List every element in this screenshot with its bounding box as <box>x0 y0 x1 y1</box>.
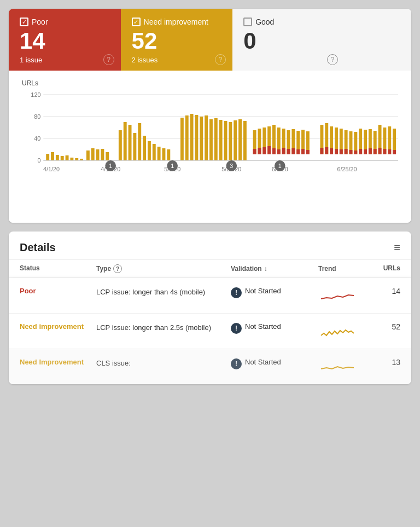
svg-text:6/25/20: 6/25/20 <box>337 166 357 172</box>
svg-rect-100 <box>383 149 386 154</box>
tile-need[interactable]: ✓ Need improvement 52 2 issues ? <box>121 9 233 71</box>
tile-poor-help[interactable]: ? <box>103 54 114 65</box>
svg-text:1: 1 <box>278 163 282 169</box>
table-header: Status Type ? Validation ↓ Trend URLs <box>9 260 411 278</box>
tile-need-sub: 2 issues <box>132 56 222 64</box>
col-validation-header[interactable]: Validation ↓ <box>231 264 318 273</box>
svg-rect-98 <box>374 149 377 154</box>
tile-need-number: 52 <box>132 28 222 54</box>
svg-text:4/1/20: 4/1/20 <box>43 166 60 172</box>
svg-rect-93 <box>349 150 353 154</box>
row2-status: Need improvement <box>20 322 96 331</box>
svg-rect-35 <box>190 114 194 160</box>
row2-urls: 52 <box>373 322 400 331</box>
table-row: Need Improvement CLS issue: ! Not Starte… <box>9 349 411 384</box>
svg-rect-96 <box>364 149 367 154</box>
tile-poor-sub: 1 issue <box>20 56 110 64</box>
svg-rect-12 <box>61 156 64 160</box>
svg-rect-23 <box>124 122 127 160</box>
svg-rect-29 <box>153 144 156 160</box>
svg-rect-79 <box>272 148 276 154</box>
svg-rect-43 <box>229 122 232 160</box>
svg-rect-88 <box>325 147 328 154</box>
svg-rect-25 <box>133 133 136 160</box>
svg-rect-26 <box>138 123 141 160</box>
row2-trend <box>318 322 373 340</box>
svg-rect-82 <box>287 149 290 154</box>
svg-rect-13 <box>66 155 69 160</box>
row1-status: Poor <box>20 287 96 295</box>
svg-text:120: 120 <box>31 91 40 98</box>
svg-rect-22 <box>119 130 122 160</box>
validation-icon: ! <box>231 287 242 298</box>
tile-poor-number: 14 <box>20 28 110 54</box>
svg-rect-15 <box>75 158 78 160</box>
tile-good-help[interactable]: ? <box>327 54 338 65</box>
row3-validation: ! Not Started <box>231 358 318 369</box>
svg-rect-42 <box>224 121 228 160</box>
svg-rect-40 <box>214 118 218 160</box>
row3-trend <box>318 358 373 375</box>
svg-rect-97 <box>369 148 372 154</box>
tile-need-text: Need improvement <box>144 18 208 26</box>
trend-poor-svg <box>318 288 357 304</box>
svg-rect-27 <box>143 136 146 160</box>
tile-poor-label: ✓ Poor <box>20 18 110 26</box>
row2-type: LCP issue: longer than 2.5s (mobile) <box>96 322 231 333</box>
svg-rect-9 <box>46 154 49 160</box>
svg-rect-91 <box>340 149 343 154</box>
svg-rect-14 <box>70 158 73 160</box>
svg-rect-34 <box>185 115 189 160</box>
svg-rect-76 <box>258 148 261 154</box>
svg-rect-37 <box>200 117 203 160</box>
tile-need-label: ✓ Need improvement <box>132 18 222 26</box>
chart-y-label: URLs <box>22 79 398 87</box>
svg-rect-44 <box>234 120 237 160</box>
trend-need-svg <box>318 323 357 340</box>
svg-rect-38 <box>205 115 208 160</box>
row3-urls: 13 <box>373 358 400 367</box>
tile-good[interactable]: Good 0 ? <box>232 9 345 71</box>
svg-text:1: 1 <box>109 163 112 169</box>
svg-rect-83 <box>291 148 295 154</box>
svg-rect-20 <box>101 149 104 160</box>
filter-icon[interactable]: ≡ <box>394 241 400 254</box>
svg-rect-86 <box>306 150 310 154</box>
checkbox-need-icon: ✓ <box>132 18 141 26</box>
chart-area: URLs 120 80 40 0 <box>9 71 411 223</box>
tile-poor-text: Poor <box>32 18 48 26</box>
svg-text:3: 3 <box>230 163 233 169</box>
checkbox-poor-icon: ✓ <box>20 18 28 26</box>
svg-rect-33 <box>180 118 184 160</box>
row3-status: Need Improvement <box>20 358 96 366</box>
details-title: Details <box>20 241 56 254</box>
svg-rect-92 <box>345 149 348 154</box>
row3-type: CLS issue: <box>96 358 231 369</box>
validation-icon: ! <box>231 358 242 369</box>
svg-rect-32 <box>167 149 170 160</box>
svg-rect-99 <box>378 148 382 154</box>
svg-rect-77 <box>262 147 266 154</box>
tile-need-help[interactable]: ? <box>215 54 226 65</box>
svg-rect-80 <box>277 149 281 154</box>
tile-poor[interactable]: ✓ Poor 14 1 issue ? <box>9 9 121 71</box>
col-type-header: Type ? <box>96 264 231 273</box>
svg-rect-21 <box>106 152 109 160</box>
svg-rect-18 <box>91 148 95 160</box>
status-tiles: ✓ Poor 14 1 issue ? ✓ Need improvement 5… <box>9 9 411 71</box>
svg-rect-87 <box>320 148 323 154</box>
row1-validation: ! Not Started <box>231 287 318 298</box>
type-help-icon[interactable]: ? <box>113 264 122 273</box>
svg-rect-17 <box>86 150 90 160</box>
svg-text:80: 80 <box>34 113 40 120</box>
details-card: Details ≡ Status Type ? Validation ↓ Tre… <box>9 231 411 384</box>
tile-empty <box>345 9 411 71</box>
svg-rect-94 <box>354 150 357 154</box>
svg-rect-78 <box>267 146 271 154</box>
row1-trend <box>318 287 373 304</box>
svg-rect-16 <box>80 159 83 160</box>
chart-svg: 120 80 40 0 <box>22 89 398 210</box>
checkbox-good-icon <box>243 18 252 26</box>
col-trend-header: Trend <box>318 264 373 273</box>
svg-rect-19 <box>96 149 100 160</box>
